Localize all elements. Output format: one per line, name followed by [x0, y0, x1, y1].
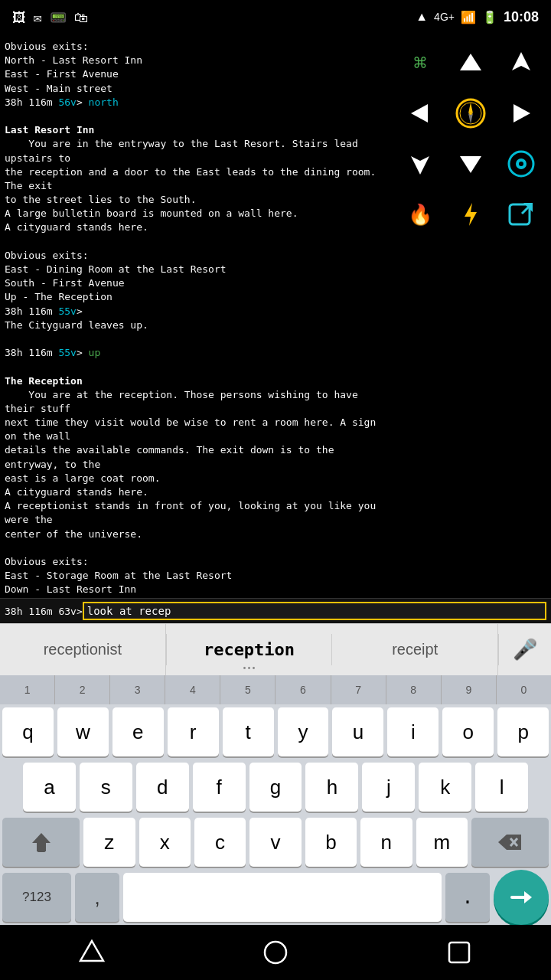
key-t[interactable]: t	[223, 707, 274, 756]
key-1[interactable]: 1	[0, 675, 55, 704]
svg-marker-3	[411, 104, 428, 122]
comma-key[interactable]: ,	[75, 873, 119, 922]
home-button[interactable]	[253, 929, 298, 975]
svg-marker-16	[465, 203, 477, 226]
controls-panel: ⌘	[390, 34, 551, 598]
key-3[interactable]: 3	[110, 675, 165, 704]
key-a[interactable]: a	[23, 763, 76, 812]
key-f[interactable]: f	[193, 763, 246, 812]
nav-bar	[0, 925, 551, 980]
status-icons-left: 🖼 ✉ 📟 🛍	[12, 9, 88, 25]
svg-marker-25	[524, 891, 532, 903]
key-l[interactable]: l	[475, 763, 528, 812]
signal-icon: 📶	[461, 10, 476, 24]
svg-marker-11	[460, 156, 481, 173]
svg-rect-21	[37, 850, 45, 852]
key-s[interactable]: s	[80, 763, 132, 812]
south-button[interactable]	[397, 141, 443, 187]
svg-marker-10	[411, 156, 429, 175]
microphone-button[interactable]: 🎤	[499, 624, 551, 675]
backspace-key[interactable]	[471, 818, 549, 867]
autocomplete-receptionist[interactable]: receptionist	[0, 624, 166, 675]
key-w[interactable]: w	[57, 707, 109, 756]
look-button[interactable]	[498, 141, 544, 187]
north-button[interactable]	[498, 40, 544, 86]
lightning-button[interactable]	[448, 191, 494, 237]
status-bar: 🖼 ✉ 📟 🛍 ▲ 4G+ 📶 🔋 10:08	[0, 0, 551, 34]
keyboard: 1 2 3 4 5 6 7 8 9 0 q w e r t y u i o p …	[0, 675, 551, 925]
svg-point-8	[469, 112, 472, 115]
period-key[interactable]: .	[445, 873, 490, 922]
game-text: Obvious exits: North - Last Resort Inn E…	[0, 34, 390, 598]
key-j[interactable]: j	[362, 763, 415, 812]
key-4[interactable]: 4	[165, 675, 220, 704]
scroll-down-button[interactable]	[448, 141, 494, 187]
svg-marker-20	[32, 833, 51, 851]
shop-icon: 🛍	[74, 9, 88, 25]
key-e[interactable]: e	[112, 707, 164, 756]
key-r[interactable]: r	[168, 707, 219, 756]
svg-marker-6	[468, 103, 473, 113]
key-h[interactable]: h	[305, 763, 358, 812]
key-q[interactable]: q	[2, 707, 54, 756]
numbers-key[interactable]: ?123	[2, 873, 71, 922]
command-input[interactable]	[83, 602, 546, 620]
command-icon[interactable]: ⌘	[397, 40, 443, 86]
svg-marker-9	[514, 104, 530, 122]
key-k[interactable]: k	[419, 763, 471, 812]
west-button[interactable]	[397, 90, 443, 136]
shift-key[interactable]	[2, 818, 80, 867]
key-d[interactable]: d	[136, 763, 189, 812]
key-v[interactable]: v	[249, 818, 301, 867]
key-i[interactable]: i	[387, 707, 439, 756]
enter-key[interactable]	[494, 870, 549, 925]
autocomplete-reception[interactable]: reception •••	[167, 624, 332, 675]
network-label: 4G+	[434, 11, 455, 23]
share-button[interactable]	[498, 191, 544, 237]
key-9[interactable]: 9	[442, 675, 497, 704]
key-m[interactable]: m	[416, 818, 468, 867]
command-bar: 38h 116m 63v>	[0, 598, 551, 623]
battery-icon: 🔋	[482, 10, 497, 24]
gallery-icon: 🖼	[12, 9, 26, 25]
key-8[interactable]: 8	[386, 675, 442, 704]
keyboard-bottom-row: ?123 , .	[0, 870, 551, 925]
key-c[interactable]: c	[194, 818, 246, 867]
fire-button[interactable]: 🔥	[397, 191, 443, 237]
key-b[interactable]: b	[305, 818, 357, 867]
key-p[interactable]: p	[497, 707, 549, 756]
back-button[interactable]	[69, 929, 115, 975]
svg-point-14	[519, 162, 523, 166]
autocomplete-receipt[interactable]: receipt	[332, 624, 498, 675]
key-2[interactable]: 2	[55, 675, 110, 704]
east-button[interactable]	[498, 90, 544, 136]
clock: 10:08	[504, 9, 539, 25]
key-o[interactable]: o	[442, 707, 494, 756]
space-key[interactable]	[123, 873, 442, 922]
key-n[interactable]: n	[360, 818, 412, 867]
svg-text:🔥: 🔥	[408, 202, 433, 227]
key-7[interactable]: 7	[331, 675, 386, 704]
key-0[interactable]: 0	[497, 675, 551, 704]
key-g[interactable]: g	[249, 763, 302, 812]
wifi-icon: ▲	[416, 10, 428, 24]
svg-text:⌘: ⌘	[414, 51, 427, 76]
svg-point-27	[265, 942, 286, 963]
status-icons-right: ▲ 4G+ 📶 🔋 10:08	[416, 9, 539, 25]
compass-button[interactable]	[448, 90, 494, 136]
keyboard-row-3: z x c v b n m	[0, 815, 551, 870]
svg-rect-28	[449, 942, 469, 962]
svg-marker-2	[512, 52, 530, 70]
voicemail-icon: 📟	[50, 9, 67, 25]
key-5[interactable]: 5	[220, 675, 276, 704]
command-prompt: 38h 116m 63v>	[5, 606, 83, 617]
keyboard-row-1: q w e r t y u i o p	[0, 704, 551, 760]
key-y[interactable]: y	[278, 707, 329, 756]
key-u[interactable]: u	[332, 707, 383, 756]
key-x[interactable]: x	[139, 818, 191, 867]
key-z[interactable]: z	[83, 818, 135, 867]
key-6[interactable]: 6	[276, 675, 331, 704]
recents-button[interactable]	[436, 929, 482, 975]
autocomplete-bar: receptionist reception ••• receipt 🎤	[0, 623, 551, 675]
scroll-up-button[interactable]	[448, 40, 494, 86]
